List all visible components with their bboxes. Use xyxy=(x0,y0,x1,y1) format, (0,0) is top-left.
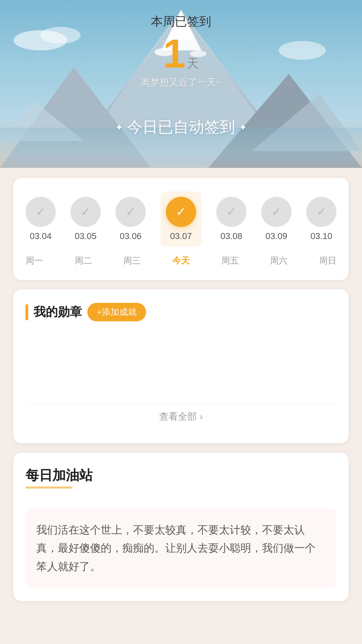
day-date-today: 03.07 xyxy=(170,231,192,241)
day-label-sat: 周六 xyxy=(270,255,287,267)
day-date-tue: 03.05 xyxy=(75,231,96,241)
medals-card: 我的勋章 +添加成就 查看全部 › xyxy=(13,289,349,443)
sparkle-left-icon: ✦ xyxy=(115,122,123,133)
day-label-wed: 周三 xyxy=(123,255,141,267)
hero-days-number: 1 xyxy=(163,33,186,74)
day-date-fri: 03.08 xyxy=(220,231,242,241)
day-label-fri: 周五 xyxy=(221,255,239,267)
day-item-today: ✓ 03.07 xyxy=(161,191,201,247)
day-circle-fri: ✓ xyxy=(216,197,246,227)
check-icon-tue: ✓ xyxy=(81,205,91,219)
week-checkin-card: ✓ 03.04 ✓ 03.05 ✓ 03.06 ✓ xyxy=(13,178,349,280)
day-item-sun: ✓ 03.10 xyxy=(306,197,336,241)
sparkle-right-icon: ✦ xyxy=(239,122,247,133)
check-icon-mon: ✓ xyxy=(36,205,46,219)
day-item-fri: ✓ 03.08 xyxy=(216,197,246,241)
day-date-sat: 03.09 xyxy=(265,231,287,241)
daily-title-underline xyxy=(26,487,73,489)
day-circle-mon: ✓ xyxy=(26,197,56,227)
daily-quote-text: 我们活在这个世上，不要太较真，不要太计较，不要太认真，最好傻傻的，痴痴的。让别人… xyxy=(36,521,326,576)
check-icon-wed: ✓ xyxy=(126,205,136,219)
day-date-sun: 03.10 xyxy=(310,231,332,241)
hero-weekly-title: 本周已签到 xyxy=(151,13,211,30)
view-all-button[interactable]: 查看全部 › xyxy=(26,403,336,430)
check-icon-fri: ✓ xyxy=(226,205,236,219)
daily-title: 每日加油站 xyxy=(26,466,93,485)
day-label-tue: 周二 xyxy=(75,255,92,267)
day-date-mon: 03.04 xyxy=(30,231,51,241)
medals-section-header: 我的勋章 +添加成就 xyxy=(26,303,336,321)
hero-checkin-label: ✦ 今日已自动签到 ✦ xyxy=(115,117,247,138)
svg-point-3 xyxy=(279,41,326,60)
chevron-right-icon: › xyxy=(199,411,202,422)
hero-section: 本周已签到 1 天 离梦想又近了一天~ ✦ 今日已自动签到 ✦ xyxy=(0,0,362,168)
day-item-wed: ✓ 03.06 xyxy=(116,197,146,241)
view-all-label: 查看全部 xyxy=(159,410,197,423)
hero-days-unit: 天 xyxy=(187,55,199,72)
check-icon-today: ✓ xyxy=(176,205,186,219)
main-content: ✓ 03.04 ✓ 03.05 ✓ 03.06 ✓ xyxy=(0,168,362,611)
day-item-mon: ✓ 03.04 xyxy=(26,197,56,241)
daily-quote-card: 我们活在这个世上，不要太较真，不要太计较，不要太认真，最好傻傻的，痴痴的。让别人… xyxy=(26,509,336,588)
medals-accent-bar xyxy=(26,304,28,320)
hero-days-container: 1 天 xyxy=(163,33,199,74)
add-achievement-button[interactable]: +添加成就 xyxy=(87,303,146,321)
daily-motivation-section: 每日加油站 我们活在这个世上，不要太较真，不要太计较，不要太认真，最好傻傻的，痴… xyxy=(13,453,349,601)
day-circle-sun: ✓ xyxy=(306,197,336,227)
day-label-today: 今天 xyxy=(172,255,190,267)
check-icon-sat: ✓ xyxy=(271,205,281,219)
day-label-sun: 周日 xyxy=(319,255,336,267)
svg-point-2 xyxy=(40,27,81,44)
day-circle-sat: ✓ xyxy=(261,197,291,227)
day-label-mon: 周一 xyxy=(26,255,43,267)
week-circles-row: ✓ 03.04 ✓ 03.05 ✓ 03.06 ✓ xyxy=(26,191,336,247)
day-date-wed: 03.06 xyxy=(120,231,141,241)
day-circle-wed: ✓ xyxy=(116,197,146,227)
day-circle-tue: ✓ xyxy=(71,197,101,227)
medals-title: 我的勋章 xyxy=(34,304,82,320)
day-circle-today: ✓ xyxy=(166,197,196,227)
week-labels-row: 周一 周二 周三 今天 周五 周六 周日 xyxy=(26,255,336,267)
day-item-tue: ✓ 03.05 xyxy=(71,197,101,241)
hero-subtitle: 离梦想又近了一天~ xyxy=(141,76,221,89)
day-item-sat: ✓ 03.09 xyxy=(261,197,291,241)
medals-empty-area xyxy=(26,329,336,397)
check-icon-sun: ✓ xyxy=(316,205,326,219)
